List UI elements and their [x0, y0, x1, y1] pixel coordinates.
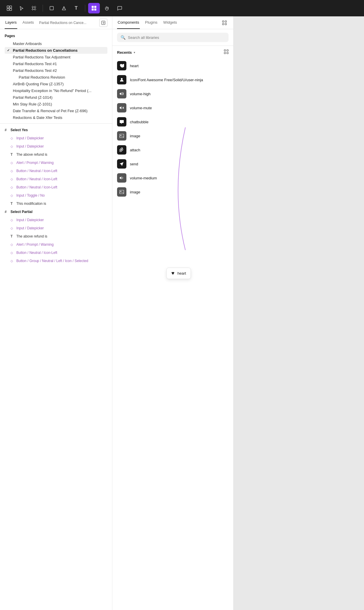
recents-grid-btn[interactable] — [224, 49, 229, 55]
toolbar: T — [0, 0, 364, 16]
toolbar-sep-2 — [85, 5, 85, 12]
layer-button-neutral-2[interactable]: ◇ Button / Neutral / Icon-Left — [0, 175, 112, 183]
svg-rect-13 — [50, 6, 53, 10]
page-item-min-stay[interactable]: Min Stay Rule (Z-1031) — [5, 101, 107, 108]
volume-medium-component-icon — [117, 173, 126, 183]
tab-widgets[interactable]: Widgets — [163, 16, 177, 29]
svg-rect-18 — [94, 8, 96, 11]
svg-point-28 — [121, 78, 123, 80]
layers-section: # Select Yes ◇ Input / Datepicker ◇ Inpu… — [0, 124, 112, 610]
toolbar-sep-1 — [43, 5, 43, 12]
layer-button-neutral-4[interactable]: ◇ Button / Neutral / Icon-Left — [0, 249, 112, 257]
hand-tool-btn[interactable] — [101, 3, 113, 13]
image2-component-icon — [117, 187, 126, 197]
component-icon: ◇ — [11, 226, 15, 230]
component-icon: ◇ — [11, 161, 15, 165]
right-panel: Components Plugins Widgets — [112, 16, 364, 610]
component-icon: ◇ — [11, 186, 15, 189]
image-component-icon — [117, 131, 126, 141]
text-tool-btn[interactable]: T — [70, 3, 82, 13]
tooltip-heart-icon: ♥ — [171, 270, 175, 276]
svg-rect-20 — [222, 21, 224, 22]
component-item-send[interactable]: send — [112, 157, 233, 171]
tab-assets[interactable]: Assets — [22, 16, 34, 29]
tooltip-heart-label: heart — [177, 271, 186, 275]
layer-select-yes[interactable]: # Select Yes — [0, 126, 112, 134]
svg-rect-26 — [224, 52, 226, 54]
layer-button-neutral-1[interactable]: ◇ Button / Neutral / Icon-Left — [0, 167, 112, 175]
recents-header: Recents ▾ — [112, 46, 233, 58]
svg-rect-3 — [10, 8, 12, 11]
component-set-tool-btn[interactable] — [88, 3, 100, 13]
left-panel: Layers Assets Partial Reductions on Canc… — [0, 16, 112, 610]
component-icon: ◇ — [11, 136, 15, 140]
layer-input-datepicker-3[interactable]: ◇ Input / Datepicker — [0, 216, 112, 224]
layer-alert-2[interactable]: ◇ Alert / Prompt / Warning — [0, 240, 112, 249]
tab-layers[interactable]: Layers — [5, 16, 17, 29]
tab-plugins[interactable]: Plugins — [144, 16, 158, 29]
page-item-master[interactable]: Master Artboards — [5, 40, 107, 47]
svg-rect-4 — [33, 7, 35, 9]
layer-alert-1[interactable]: ◇ Alert / Prompt / Warning — [0, 159, 112, 167]
search-input-wrap: 🔍 — [117, 33, 229, 42]
shape-tool-btn[interactable] — [46, 3, 58, 13]
component-item-chatbubble[interactable]: chatbubble — [112, 115, 233, 129]
component-item-volume-high[interactable]: volume-high — [112, 87, 233, 101]
component-item-image[interactable]: image — [112, 129, 233, 143]
layer-input-datepicker-2[interactable]: ◇ Input / Datepicker — [0, 142, 112, 150]
comment-tool-btn[interactable] — [114, 3, 126, 13]
layer-text-modification[interactable]: T This modificaiton is — [0, 200, 112, 208]
page-item-partial-reductions-test2[interactable]: Partial Reductions Test #2 — [5, 67, 107, 74]
svg-rect-22 — [222, 23, 224, 25]
page-item-airbnb[interactable]: AirBnB Quoting Flow (Z-1357) — [5, 81, 107, 87]
svg-rect-23 — [225, 23, 227, 25]
svg-rect-2 — [7, 8, 9, 11]
frame-tool-btn[interactable] — [28, 3, 40, 13]
component-item-attach[interactable]: attach — [112, 143, 233, 157]
component-item-heart[interactable]: heart — [112, 59, 233, 73]
pen-tool-btn[interactable] — [58, 3, 70, 13]
layer-input-toggle[interactable]: ◇ Input / Toggle / No — [0, 191, 112, 200]
component-item-volume-medium[interactable]: volume-medium — [112, 171, 233, 185]
component-item-image-2[interactable]: image — [112, 185, 233, 199]
heart-component-icon — [117, 61, 126, 70]
canvas-area[interactable] — [234, 16, 364, 610]
volume-high-component-icon — [117, 89, 126, 98]
page-item-partial-reductions-test1[interactable]: Partial Reductions Test #1 — [5, 60, 107, 67]
component-icon: ◇ — [11, 259, 15, 263]
page-item-partial-reductions-tax[interactable]: Partial Reductions Tax Adjustment — [5, 54, 107, 60]
component-icon: ◇ — [11, 145, 15, 148]
layer-text-above-refund-1[interactable]: T The above refund is — [0, 150, 112, 159]
breadcrumb: Partial Reductions on Cance... — [39, 21, 95, 25]
grid-view-toggle[interactable] — [220, 19, 229, 27]
component-icon: ◇ — [11, 251, 15, 255]
page-item-partial-reductions-revision[interactable]: Partial Reductions Revision — [5, 74, 107, 81]
layer-select-partial[interactable]: # Select Partial — [0, 208, 112, 216]
layer-input-datepicker-1[interactable]: ◇ Input / Datepicker — [0, 134, 112, 142]
page-item-reductions-date[interactable]: Reductions & Date Xfer Tests — [5, 114, 107, 121]
component-item-volume-mute[interactable]: volume-mute — [112, 101, 233, 115]
page-item-hospitality[interactable]: Hospitality Exception in "No Refund" Per… — [5, 87, 107, 94]
select-tool-btn[interactable] — [16, 3, 27, 13]
component-item-user-ninja[interactable]: Icon/Font Awesome Free/Solid/U/user-ninj… — [112, 73, 233, 87]
svg-rect-27 — [227, 52, 228, 54]
search-input[interactable] — [128, 35, 225, 40]
layer-text-above-refund-2[interactable]: T The above refund is — [0, 232, 112, 240]
pages-section: Pages Master Artboards ✓ Partial Reducti… — [0, 29, 112, 124]
svg-rect-33 — [120, 190, 124, 194]
page-item-partial-reductions-cancellations[interactable]: ✓ Partial Reductions on Cancellations — [5, 47, 107, 54]
svg-rect-31 — [120, 134, 124, 138]
layer-input-datepicker-4[interactable]: ◇ Input / Datepicker — [0, 224, 112, 232]
svg-rect-24 — [224, 50, 226, 51]
search-icon: 🔍 — [121, 35, 126, 40]
tab-components[interactable]: Components — [117, 16, 140, 29]
layer-button-group[interactable]: ◇ Button / Group / Neutral / Left / Icon… — [0, 257, 112, 265]
layer-button-neutral-3[interactable]: ◇ Button / Neutral / Icon-Left — [0, 183, 112, 191]
component-icon: ◇ — [11, 194, 15, 197]
components-tab-bar: Components Plugins Widgets — [112, 16, 233, 29]
page-item-partial-refund[interactable]: Partial Refund (Z-1014) — [5, 94, 107, 101]
page-item-date-transfer[interactable]: Date Transfer & Removal of Pet Fee (Z-69… — [5, 108, 107, 114]
component-icon: ◇ — [11, 243, 15, 247]
return-to-components-btn[interactable] — [99, 19, 107, 27]
component-tool-btn[interactable] — [4, 3, 15, 13]
